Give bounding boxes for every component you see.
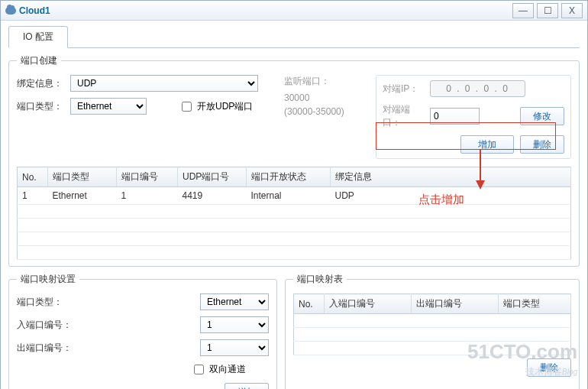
port-map-table-legend: 端口映射表 (293, 273, 347, 286)
pmt-th-no: No. (294, 294, 325, 314)
add-button[interactable]: 增加 (460, 135, 514, 154)
peer-ip-field[interactable]: 0 . 0 . 0 . 0 (430, 80, 525, 97)
listen-port-range: (30000-35000) (284, 106, 360, 117)
pm-in-port-label: 入端口编号： (17, 319, 78, 332)
pm-add-button[interactable]: 增加 (225, 383, 269, 389)
port-map-table-group: 端口映射表 No. 入端口编号 出端口编号 端口类型 (285, 273, 580, 389)
peer-port-input[interactable] (430, 108, 480, 125)
th-bind-info: 绑定信息 (331, 167, 571, 187)
close-button[interactable]: X (561, 3, 583, 18)
pm-out-port-select[interactable]: 1 (200, 339, 269, 356)
port-create-legend: 端口创建 (17, 54, 61, 67)
table-row[interactable]: 1 Ethernet 1 4419 Internal UDP (18, 187, 571, 205)
port-map-settings-group: 端口映射设置 端口类型： Ethernet 入端口编号： 1 出端口编号： 1 (8, 273, 277, 389)
th-no: No. (18, 167, 48, 187)
port-map-settings-legend: 端口映射设置 (17, 273, 79, 286)
cloud-icon (5, 7, 16, 15)
bidir-label: 双向通道 (209, 363, 246, 376)
cloud-window: Cloud1 — ☐ X IO 配置 端口创建 绑定信息： UDP (0, 0, 588, 389)
window-title: Cloud1 (5, 5, 50, 16)
th-port-type: 端口类型 (48, 167, 117, 187)
window-title-text: Cloud1 (19, 5, 50, 16)
pmt-delete-button[interactable]: 删除 (527, 358, 571, 377)
peer-ip-label: 对端IP： (383, 83, 425, 96)
bidir-checkbox-wrap[interactable]: 双向通道 (191, 362, 246, 377)
peer-box: 对端IP： 0 . 0 . 0 . 0 对端端口： 修改 增加 删除 (376, 75, 571, 159)
th-port-num: 端口编号 (117, 167, 178, 187)
open-udp-checkbox[interactable] (182, 102, 192, 112)
port-create-table: No. 端口类型 端口编号 UDP端口号 端口开放状态 绑定信息 1 Ether… (17, 167, 571, 260)
annotation-text: 点击增加 (418, 193, 464, 207)
listen-port-value: 30000 (284, 92, 360, 103)
port-type-select[interactable]: Ethernet (70, 98, 147, 115)
bind-info-label: 绑定信息： (17, 77, 66, 90)
open-udp-label: 开放UDP端口 (197, 100, 253, 113)
bidir-checkbox[interactable] (194, 365, 204, 374)
th-open-state: 端口开放状态 (247, 167, 331, 187)
pm-in-port-select[interactable]: 1 (200, 316, 269, 333)
pm-out-port-label: 出端口编号： (17, 342, 78, 355)
port-type-label: 端口类型： (17, 100, 66, 113)
pmt-th-type: 端口类型 (498, 294, 570, 314)
pm-port-type-label: 端口类型： (17, 296, 78, 309)
tab-row: IO 配置 (8, 25, 580, 48)
th-udp-num: UDP端口号 (178, 167, 247, 187)
modify-button[interactable]: 修改 (520, 107, 564, 125)
port-create-group: 端口创建 绑定信息： UDP 端口类型： Ethernet (8, 54, 580, 267)
listen-port-label: 监听端口： (284, 75, 360, 88)
minimize-button[interactable]: — (512, 3, 534, 18)
peer-port-label: 对端端口： (383, 103, 425, 129)
open-udp-checkbox-wrap[interactable]: 开放UDP端口 (179, 99, 253, 114)
tab-io-config[interactable]: IO 配置 (8, 26, 68, 48)
port-map-table: No. 入端口编号 出端口编号 端口类型 (293, 293, 571, 355)
pmt-th-in: 入端口编号 (325, 294, 412, 314)
maximize-button[interactable]: ☐ (537, 3, 558, 18)
pm-port-type-select[interactable]: Ethernet (200, 293, 269, 310)
titlebar: Cloud1 — ☐ X (1, 1, 587, 21)
pmt-th-out: 出端口编号 (411, 294, 498, 314)
bind-info-select[interactable]: UDP (70, 75, 258, 92)
delete-button[interactable]: 删除 (520, 135, 564, 154)
